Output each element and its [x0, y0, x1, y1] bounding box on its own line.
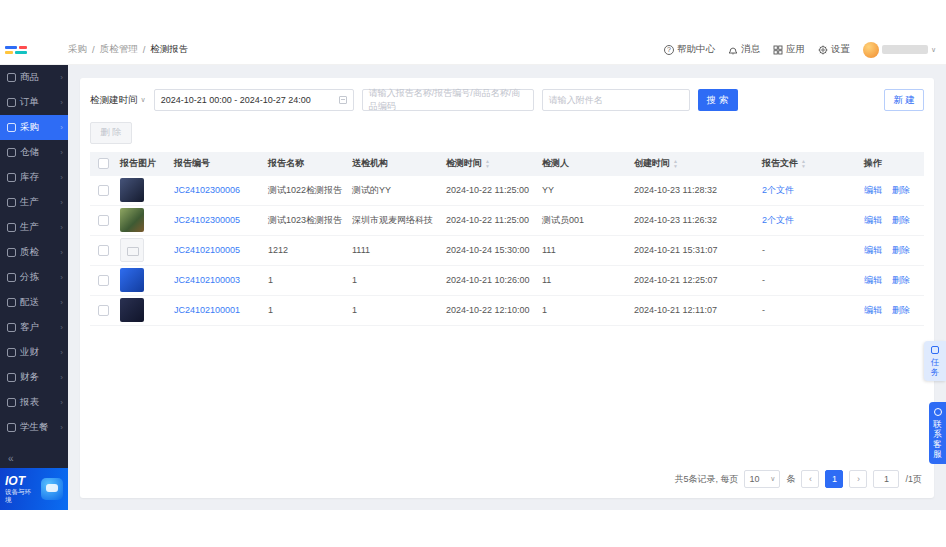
sidebar-item-orders[interactable]: 订单›: [0, 90, 68, 115]
question-circle-icon: ?: [664, 45, 674, 55]
help-center-button[interactable]: ? 帮助中心: [664, 43, 715, 56]
sidebar-item-sorting[interactable]: 分拣›: [0, 265, 68, 290]
iot-banner[interactable]: IOT 设备与环境: [0, 468, 68, 510]
edit-link[interactable]: 编辑: [864, 274, 882, 287]
row-checkbox[interactable]: [98, 305, 109, 316]
chevron-right-icon: ›: [60, 273, 63, 282]
report-thumbnail[interactable]: [120, 178, 144, 202]
sidebar-item-production-2[interactable]: 生产›: [0, 215, 68, 240]
breadcrumb-item[interactable]: 质检管理: [100, 43, 138, 56]
sort-icon[interactable]: ▲▼: [485, 159, 490, 168]
report-no-link[interactable]: JC24102100005: [174, 245, 240, 255]
prev-page-button[interactable]: ‹: [801, 470, 819, 488]
report-thumbnail[interactable]: [120, 238, 144, 262]
per-page-select[interactable]: 10 ∨: [744, 470, 780, 488]
chevron-right-icon: ›: [60, 148, 63, 157]
delete-button-disabled[interactable]: 删 除: [90, 122, 132, 144]
keyword-input[interactable]: 请输入报告名称/报告编号/商品名称/商品编码: [362, 89, 534, 111]
select-all-checkbox[interactable]: [98, 158, 109, 169]
chevron-right-icon: ›: [60, 173, 63, 182]
date-range-input[interactable]: 2024-10-21 00:00 - 2024-10-27 24:00: [154, 89, 354, 111]
logo-bars-icon: [5, 46, 31, 54]
attachment-name-input[interactable]: 请输入附件名: [542, 89, 690, 111]
user-menu[interactable]: ∨: [863, 42, 936, 58]
sidebar-item-delivery[interactable]: 配送›: [0, 290, 68, 315]
sidebar-item-inventory[interactable]: 库存›: [0, 165, 68, 190]
sort-icon[interactable]: ▲▼: [801, 159, 806, 168]
sidebar-item-goods[interactable]: 商品›: [0, 65, 68, 90]
edit-link[interactable]: 编辑: [864, 244, 882, 257]
sidebar-item-quality[interactable]: 质检›: [0, 240, 68, 265]
sorting-icon: [7, 273, 16, 282]
delivery-icon: [7, 298, 16, 307]
messages-button[interactable]: 消息: [728, 43, 760, 56]
time-type-select[interactable]: 检测建时间 ∨: [90, 94, 146, 107]
column-header[interactable]: 报告文件▲▼: [758, 157, 860, 170]
chevron-right-icon: ›: [60, 123, 63, 132]
pagination: 共5条记录, 每页 10 ∨ 条 ‹ 1 › 1 /1页: [90, 462, 924, 490]
report-thumbnail[interactable]: [120, 208, 144, 232]
sidebar-collapse-icon[interactable]: «: [0, 451, 68, 468]
report-thumbnail[interactable]: [120, 298, 144, 322]
row-checkbox[interactable]: [98, 185, 109, 196]
sidebar-item-label: 订单: [20, 96, 39, 109]
sidebar-item-reports[interactable]: 报表›: [0, 390, 68, 415]
row-checkbox[interactable]: [98, 245, 109, 256]
report-name-cell: 1: [264, 275, 348, 285]
column-header[interactable]: 创建时间▲▼: [630, 157, 758, 170]
chevron-down-icon: ∨: [770, 475, 775, 483]
sidebar-item-warehouse[interactable]: 仓储›: [0, 140, 68, 165]
sidebar-item-student-meals[interactable]: 学生餐›: [0, 415, 68, 440]
delete-link[interactable]: 删除: [892, 214, 910, 227]
sort-icon[interactable]: ▲▼: [673, 159, 678, 168]
breadcrumb-item[interactable]: 采购: [68, 43, 87, 56]
business-finance-icon: [7, 348, 16, 357]
new-button[interactable]: 新 建: [884, 89, 924, 111]
row-checkbox[interactable]: [98, 215, 109, 226]
finance-icon: [7, 373, 16, 382]
sidebar-item-purchase[interactable]: 采购›: [0, 115, 68, 140]
avatar: [863, 42, 879, 58]
created-time-cell: 2024-10-21 12:11:07: [630, 305, 758, 315]
report-no-link[interactable]: JC24102300006: [174, 185, 240, 195]
sidebar-item-label: 学生餐: [20, 421, 49, 434]
report-files-empty: -: [762, 245, 765, 255]
sidebar-item-customers[interactable]: 客户›: [0, 315, 68, 340]
report-thumbnail[interactable]: [120, 268, 144, 292]
report-no-link[interactable]: JC24102300005: [174, 215, 240, 225]
report-no-link[interactable]: JC24102100003: [174, 275, 240, 285]
agency-cell: 测试的YY: [348, 184, 442, 197]
delete-link[interactable]: 删除: [892, 274, 910, 287]
row-checkbox[interactable]: [98, 275, 109, 286]
next-page-button[interactable]: ›: [849, 470, 867, 488]
sidebar-item-finance[interactable]: 财务›: [0, 365, 68, 390]
edit-link[interactable]: 编辑: [864, 184, 882, 197]
page-1-button[interactable]: 1: [825, 470, 843, 488]
customer-service-float-button[interactable]: 联系客服: [929, 402, 946, 464]
sidebar-item-biz-finance[interactable]: 业财›: [0, 340, 68, 365]
search-button[interactable]: 搜 索: [698, 89, 738, 111]
delete-link[interactable]: 删除: [892, 184, 910, 197]
report-no-link[interactable]: JC24102100001: [174, 305, 240, 315]
delete-link[interactable]: 删除: [892, 304, 910, 317]
sidebar-item-production[interactable]: 生产›: [0, 190, 68, 215]
app-screen: 采购 / 质检管理 / 检测报告 ? 帮助中心 消息 应用 设置: [0, 0, 946, 547]
settings-button[interactable]: 设置: [818, 43, 850, 56]
report-files-link[interactable]: 2个文件: [762, 214, 794, 227]
apps-button[interactable]: 应用: [773, 43, 805, 56]
top-bar: 采购 / 质检管理 / 检测报告 ? 帮助中心 消息 应用 设置: [0, 35, 946, 65]
edit-link[interactable]: 编辑: [864, 304, 882, 317]
column-header[interactable]: 检测时间▲▼: [442, 157, 538, 170]
task-list-icon: [931, 346, 939, 354]
task-float-button[interactable]: 任务: [924, 341, 946, 381]
delete-link[interactable]: 删除: [892, 244, 910, 257]
chevron-right-icon: ›: [60, 323, 63, 332]
report-files-link[interactable]: 2个文件: [762, 184, 794, 197]
sidebar-item-label: 客户: [20, 321, 39, 334]
report-name-cell: 1212: [264, 245, 348, 255]
ops-cell: 编辑删除: [860, 274, 924, 287]
page-jump-input[interactable]: 1: [873, 470, 899, 488]
column-header: 报告图片: [116, 157, 170, 170]
tester-cell: 111: [538, 245, 630, 255]
edit-link[interactable]: 编辑: [864, 214, 882, 227]
